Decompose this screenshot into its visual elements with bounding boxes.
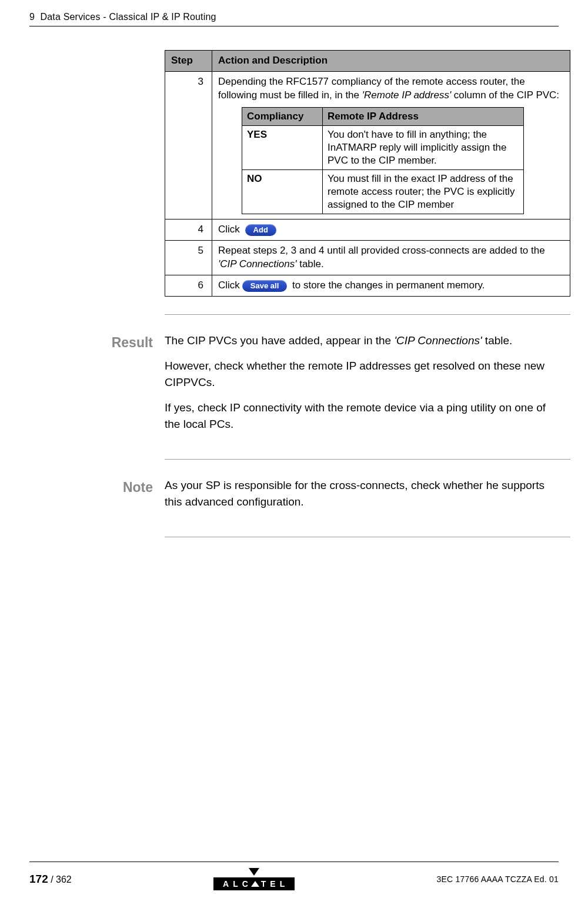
col-action: Action and Description [212,51,570,72]
step-action: Click Add [212,219,570,241]
step-number: 5 [165,241,212,275]
divider [165,314,570,315]
table-header-row: Step Action and Description [165,51,570,72]
col-step: Step [165,51,212,72]
page-header: 9 Data Services - Classical IP & IP Rout… [29,12,559,26]
steps-table: Step Action and Description 3 Depending … [165,50,570,297]
section-label-result: Result [29,332,165,352]
page-number: 172 / 362 [29,873,72,886]
table-header-row: Compliancy Remote IP Address [242,107,524,125]
triangle-up-icon [251,881,259,887]
table-row: 5 Repeat steps 2, 3 and 4 until all prov… [165,241,570,275]
step-number: 6 [165,275,212,297]
table-row: 3 Depending the RFC1577 compliancy of th… [165,71,570,219]
triangle-down-icon [249,868,259,876]
add-button[interactable]: Add [245,224,276,236]
save-all-button[interactable]: Save all [242,280,287,292]
table-row: YES You don't have to fill in anything; … [242,125,524,169]
document-id: 3EC 17766 AAAA TCZZA Ed. 01 [437,874,559,884]
section-label-note: Note [29,477,165,497]
col-compliancy: Compliancy [242,107,323,125]
remote-ip-desc: You must fill in the exact IP address of… [323,170,524,214]
step-action: Depending the RFC1577 compliancy of the … [212,71,570,219]
divider [165,459,570,460]
remote-ip-desc: You don't have to fill in anything; the … [323,125,524,169]
page-footer: 172 / 362 ALCTEL 3EC 17766 AAAA TCZZA Ed… [29,862,559,890]
chapter-title: Data Services - Classical IP & IP Routin… [40,12,216,22]
col-remote-ip: Remote IP Address [323,107,524,125]
compliancy-value: YES [242,125,323,169]
step-action: Repeat steps 2, 3 and 4 until all provid… [212,241,570,275]
table-row: 6 ClickSave all to store the changes in … [165,275,570,297]
table-row: 4 Click Add [165,219,570,241]
step-action: ClickSave all to store the changes in pe… [212,275,570,297]
result-body: The CIP PVCs you have added, appear in t… [165,332,559,441]
note-body: As your SP is responsible for the cross-… [165,477,559,519]
step-number: 4 [165,219,212,241]
divider [165,537,570,537]
alcatel-logo: ALCTEL [213,868,295,890]
compliancy-value: NO [242,170,323,214]
compliancy-table: Compliancy Remote IP Address YES You don… [242,107,524,215]
step-number: 3 [165,71,212,219]
chapter-number: 9 [29,12,35,22]
table-row: NO You must fill in the exact IP address… [242,170,524,214]
